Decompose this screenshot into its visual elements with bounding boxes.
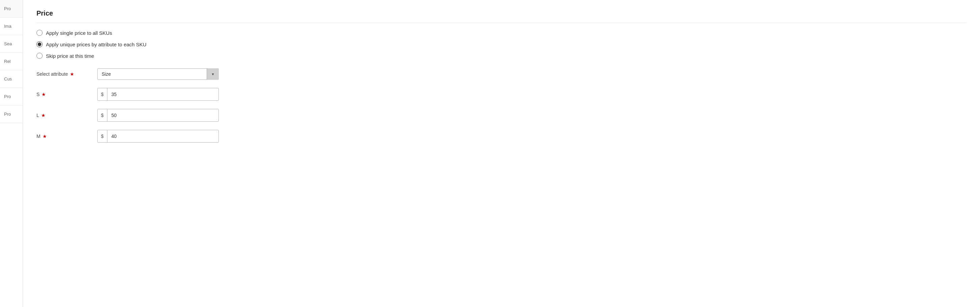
sidebar-item-sea[interactable]: Sea: [0, 35, 22, 53]
price-input-wrapper-m: $: [97, 130, 219, 143]
select-required-star: ★: [70, 71, 74, 77]
price-radio-group: Apply single price to all SKUs Apply uni…: [37, 30, 966, 59]
currency-symbol-s: $: [98, 89, 107, 100]
price-input-wrapper-l: $: [97, 109, 219, 122]
radio-skip-price[interactable]: Skip price at this time: [37, 53, 966, 59]
sidebar: Pro Ima Sea Rel Cus Pro Pro: [0, 0, 23, 307]
radio-single-price[interactable]: Apply single price to all SKUs: [37, 30, 966, 36]
select-attribute-row: Select attribute ★ Size Color Weight ▼: [37, 68, 966, 80]
sidebar-item-pro3[interactable]: Pro: [0, 106, 22, 123]
sku-l-label: L ★: [37, 113, 97, 118]
sidebar-item-pro1[interactable]: Pro: [0, 0, 22, 18]
main-content: Price Apply single price to all SKUs App…: [23, 0, 980, 307]
price-input-l[interactable]: [107, 110, 218, 121]
price-form: Select attribute ★ Size Color Weight ▼ S…: [37, 68, 966, 143]
sku-m-required-star: ★: [43, 134, 47, 139]
price-row-s: S ★ $: [37, 88, 966, 101]
sidebar-item-rel[interactable]: Rel: [0, 53, 22, 70]
sku-s-label: S ★: [37, 92, 97, 97]
sku-m-label: M ★: [37, 134, 97, 139]
radio-skip-price-label: Skip price at this time: [46, 53, 94, 59]
sidebar-item-ima[interactable]: Ima: [0, 18, 22, 35]
radio-single-price-input[interactable]: [37, 30, 43, 36]
sku-l-required-star: ★: [41, 113, 46, 118]
sidebar-item-pro2[interactable]: Pro: [0, 88, 22, 106]
radio-unique-prices[interactable]: Apply unique prices by attribute to each…: [37, 41, 966, 47]
price-input-s[interactable]: [107, 89, 218, 100]
sku-s-required-star: ★: [41, 92, 46, 97]
radio-unique-prices-input[interactable]: [37, 41, 43, 47]
price-input-m[interactable]: [107, 131, 218, 142]
currency-symbol-l: $: [98, 110, 107, 121]
price-input-wrapper-s: $: [97, 88, 219, 101]
attribute-select-wrapper: Size Color Weight ▼: [97, 68, 219, 80]
select-attribute-label: Select attribute ★: [37, 71, 97, 77]
attribute-select[interactable]: Size Color Weight: [97, 68, 219, 80]
sidebar-item-cus[interactable]: Cus: [0, 70, 22, 88]
price-row-m: M ★ $: [37, 130, 966, 143]
page-title: Price: [37, 10, 966, 23]
radio-unique-prices-label: Apply unique prices by attribute to each…: [46, 42, 146, 47]
radio-single-price-label: Apply single price to all SKUs: [46, 30, 112, 36]
price-row-l: L ★ $: [37, 109, 966, 122]
currency-symbol-m: $: [98, 131, 107, 142]
radio-skip-price-input[interactable]: [37, 53, 43, 59]
